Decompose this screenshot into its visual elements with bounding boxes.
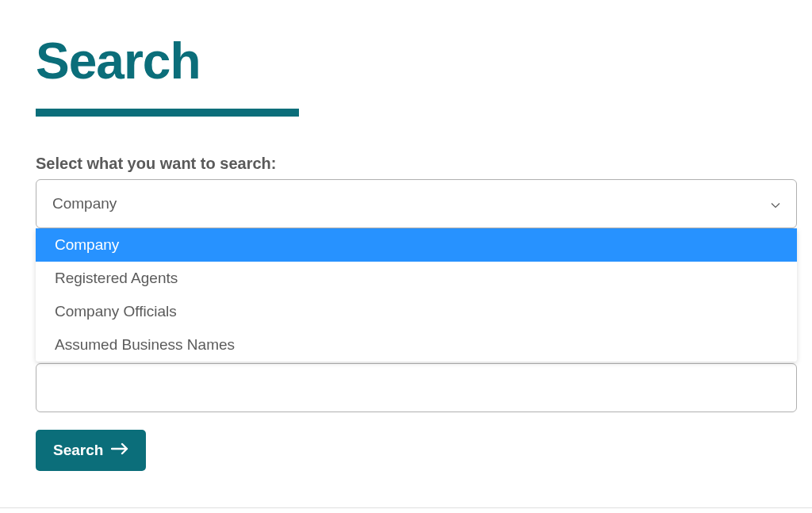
dropdown-option-label: Company	[55, 236, 119, 253]
dropdown-option-label: Assumed Business Names	[55, 336, 235, 353]
search-type-selected-value: Company	[52, 195, 117, 212]
page-title: Search	[36, 36, 796, 86]
arrow-right-icon	[111, 442, 128, 459]
footer-divider	[0, 507, 812, 508]
search-query-input[interactable]	[36, 363, 797, 412]
dropdown-option-company-officials[interactable]: Company Officials	[36, 295, 797, 328]
search-type-label: Select what you want to search:	[36, 155, 796, 173]
search-button[interactable]: Search	[36, 430, 146, 471]
search-button-label: Search	[53, 442, 103, 459]
search-type-select-wrapper: Company Company Registered Agents Compan…	[36, 179, 797, 228]
search-type-select[interactable]: Company	[36, 179, 797, 228]
search-type-dropdown: Company Registered Agents Company Offici…	[36, 228, 797, 362]
dropdown-option-label: Registered Agents	[55, 270, 178, 286]
dropdown-option-label: Company Officials	[55, 303, 177, 320]
title-underline	[36, 109, 299, 117]
dropdown-option-company[interactable]: Company	[36, 228, 797, 262]
dropdown-option-registered-agents[interactable]: Registered Agents	[36, 262, 797, 295]
dropdown-option-assumed-business-names[interactable]: Assumed Business Names	[36, 328, 797, 362]
chevron-down-icon	[771, 195, 780, 212]
